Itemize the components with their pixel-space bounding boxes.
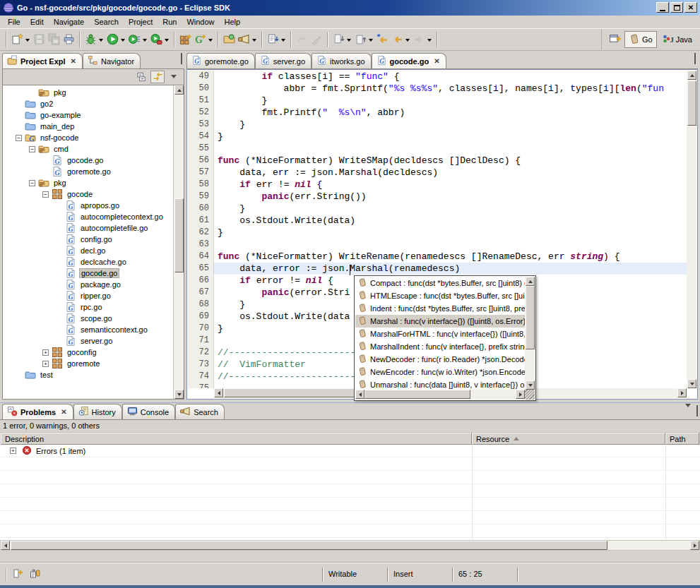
- next-task-button[interactable]: [266, 31, 287, 48]
- dropdown-arrow-icon[interactable]: [143, 39, 147, 44]
- column-header-resource[interactable]: Resource: [472, 433, 665, 445]
- dropdown-arrow-icon[interactable]: [208, 39, 213, 44]
- popup-resize-grip[interactable]: [525, 390, 535, 400]
- problems-horizontal-scrollbar[interactable]: [0, 540, 700, 551]
- print-button[interactable]: [61, 31, 76, 48]
- perspective-go-button[interactable]: Go: [624, 31, 657, 48]
- menu-navigate[interactable]: Navigate: [49, 16, 89, 28]
- scroll-down-button[interactable]: [174, 390, 184, 399]
- titlebar[interactable]: Go - nsf-gocode/src/pkg/gocode/gocode.go…: [0, 0, 700, 16]
- tree-item-autocompletefile-go[interactable]: Gautocompletefile.go: [3, 222, 173, 234]
- editor-vertical-scrollbar[interactable]: [687, 71, 696, 388]
- editor-tab-server-go[interactable]: Gserver.go: [255, 53, 312, 68]
- expand-expander-icon[interactable]: +: [10, 448, 16, 454]
- tree-item-pkg[interactable]: −pkg: [3, 177, 173, 188]
- tree-item-goremote-go[interactable]: Ggoremote.go: [3, 166, 173, 177]
- code-line-58[interactable]: 58 if err != nil {: [188, 179, 687, 191]
- dropdown-arrow-icon[interactable]: [281, 39, 285, 44]
- prev-annotation-button[interactable]: [353, 31, 375, 48]
- scroll-up-button[interactable]: [174, 85, 184, 95]
- tree-item-pkg[interactable]: pkg: [3, 87, 173, 98]
- popup-scroll-left-button[interactable]: [355, 390, 364, 399]
- fast-view-icon[interactable]: [13, 568, 24, 581]
- tree-item-nsf-gocode[interactable]: −Gnsf-gocode: [3, 132, 173, 143]
- autocomplete-item-newdecoder[interactable]: NewDecoder : func(r io.Reader) *json.Dec…: [355, 353, 525, 366]
- dropdown-arrow-icon[interactable]: [347, 39, 351, 44]
- link-with-editor-button[interactable]: [150, 71, 165, 83]
- back-history-button[interactable]: [390, 31, 412, 48]
- last-edit-location-button[interactable]: [375, 31, 390, 48]
- tree-item-rpc-go[interactable]: Grpc.go: [3, 301, 173, 313]
- tree-item-gocode-go[interactable]: Ggocode.go: [3, 155, 173, 166]
- tree-item-semanticcontext-go[interactable]: Gsemanticcontext.go: [3, 324, 173, 335]
- dropdown-arrow-icon[interactable]: [165, 39, 169, 44]
- editor-tab-itworks-go[interactable]: Gitworks.go: [312, 53, 372, 68]
- autocomplete-item-marshal[interactable]: Marshal : func(v interface{}) ([]uint8, …: [355, 315, 525, 328]
- code-line-64[interactable]: 64func (*NiceFormatter) WriteRename(rena…: [188, 251, 687, 263]
- code-line-52[interactable]: 52 fmt.Printf(" %s\n", abbr): [188, 107, 687, 119]
- autocomplete-item-compact[interactable]: Compact : func(dst *bytes.Buffer, src []…: [355, 277, 525, 289]
- problems-view-menu-button[interactable]: [685, 407, 691, 416]
- column-header-description[interactable]: Description: [1, 433, 472, 445]
- save-all-button[interactable]: [47, 31, 61, 48]
- popup-horizontal-scrollbar[interactable]: [355, 390, 525, 400]
- code-line-63[interactable]: 63: [188, 239, 687, 251]
- menu-help[interactable]: Help: [220, 16, 246, 28]
- tree-item-declcache-go[interactable]: Gdeclcache.go: [3, 256, 173, 268]
- scroll-thumb[interactable]: [174, 198, 184, 272]
- editor-scroll-down-button[interactable]: [687, 379, 696, 388]
- tree-item-ripper-go[interactable]: Gripper.go: [3, 290, 173, 301]
- open-resource-button[interactable]: [222, 31, 237, 48]
- problems-row-errors[interactable]: +Errors (1 item): [0, 445, 700, 457]
- tree-item-go-example[interactable]: go-example: [3, 109, 173, 121]
- run-external-button[interactable]: [149, 31, 171, 48]
- menu-search[interactable]: Search: [89, 16, 124, 28]
- menu-file[interactable]: File: [3, 16, 25, 28]
- problems-tab-problems[interactable]: Problems✕: [2, 404, 73, 419]
- problems-tab-console[interactable]: Console: [122, 404, 175, 419]
- format-brush-button[interactable]: [309, 31, 324, 48]
- explorer-view-menu-button[interactable]: [167, 71, 181, 83]
- tree-item-goremote[interactable]: +goremote: [3, 358, 173, 369]
- code-line-62[interactable]: 62}: [188, 227, 687, 239]
- editor-scroll-up-button[interactable]: [687, 71, 696, 80]
- dropdown-arrow-icon[interactable]: [405, 39, 410, 44]
- new-wizard-button[interactable]: [10, 31, 32, 48]
- expand-expander-icon[interactable]: +: [42, 349, 49, 356]
- popup-scroll-up-button[interactable]: [526, 277, 535, 286]
- problems-tab-search[interactable]: Search: [175, 404, 225, 419]
- menu-run[interactable]: Run: [158, 16, 182, 28]
- autocomplete-item-newencoder[interactable]: NewEncoder : func(w io.Writer) *json.Enc…: [355, 366, 525, 378]
- dropdown-arrow-icon[interactable]: [99, 39, 103, 44]
- popup-scroll-right-button[interactable]: [516, 390, 525, 399]
- autocomplete-item-marshalindent[interactable]: MarshalIndent : func(v interface{}, pref…: [355, 340, 525, 353]
- explorer-scrollbar[interactable]: [173, 85, 184, 399]
- dropdown-arrow-icon[interactable]: [121, 39, 125, 44]
- autocomplete-item-indent[interactable]: Indent : func(dst *bytes.Buffer, src []u…: [355, 302, 525, 315]
- sync-task-icon[interactable]: [30, 568, 41, 581]
- editor-scroll-thumb[interactable]: [687, 80, 696, 126]
- forward-history-button[interactable]: [412, 31, 434, 48]
- tree-item-main-dep[interactable]: main_dep: [3, 121, 173, 132]
- editor-scroll-right-button[interactable]: [677, 388, 687, 397]
- tree-item-config-go[interactable]: Gconfig.go: [3, 234, 173, 245]
- code-line-56[interactable]: 56func (*NiceFormatter) WriteSMap(declde…: [188, 155, 687, 167]
- code-line-57[interactable]: 57 data, err := json.Marshal(decldescs): [188, 167, 687, 179]
- tab-close-icon[interactable]: ✕: [61, 408, 66, 416]
- collapse-expander-icon[interactable]: −: [29, 180, 35, 186]
- problems-hscroll-thumb[interactable]: [11, 541, 607, 550]
- popup-hscroll-thumb[interactable]: [364, 390, 470, 399]
- close-button[interactable]: ✕: [684, 2, 697, 13]
- dropdown-arrow-icon[interactable]: [252, 39, 256, 44]
- popup-vertical-scrollbar[interactable]: [525, 277, 535, 390]
- menu-window[interactable]: Window: [182, 16, 219, 28]
- editor-scroll-left-button[interactable]: [214, 388, 223, 397]
- code-editor[interactable]: 49 if classes[i] == "func" {50 abbr = fm…: [186, 69, 698, 400]
- autocomplete-item-htmlescape[interactable]: HTMLEscape : func(dst *bytes.Buffer, src…: [355, 289, 525, 302]
- perspective-java-button[interactable]: JJava: [659, 31, 696, 48]
- search-flashlight-button[interactable]: [237, 31, 259, 48]
- tree-item-decl-go[interactable]: Gdecl.go: [3, 245, 173, 256]
- autocomplete-item-unmarshal[interactable]: Unmarshal : func(data []uint8, v interfa…: [355, 378, 525, 390]
- dropdown-arrow-icon[interactable]: [427, 39, 432, 44]
- tree-item-goconfig[interactable]: +goconfig: [3, 347, 173, 358]
